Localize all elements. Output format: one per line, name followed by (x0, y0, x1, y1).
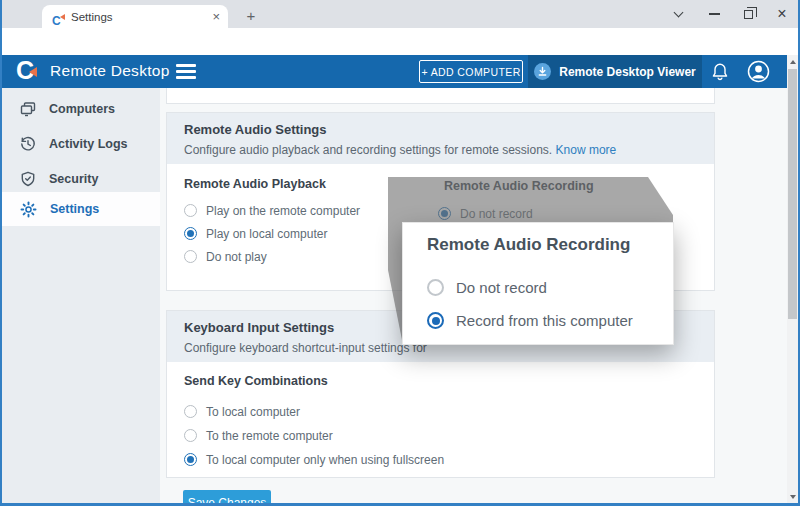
app-title: Remote Desktop (50, 62, 170, 80)
section-description: Configure audio playback and recording s… (184, 143, 616, 157)
section-title: Keyboard Input Settings (184, 320, 334, 335)
new-tab-button[interactable]: + (242, 6, 260, 24)
security-icon (20, 171, 36, 187)
tab-search-icon[interactable] (663, 0, 693, 28)
add-computer-button[interactable]: + ADD COMPUTER (419, 60, 523, 83)
scrollbar-thumb[interactable] (788, 69, 797, 319)
tab-title: Settings (71, 11, 212, 23)
scroll-up-icon[interactable] (787, 55, 798, 68)
close-button[interactable]: × (767, 0, 797, 28)
section-title: Remote Audio Settings (184, 122, 327, 137)
sidebar-label: Computers (49, 102, 115, 116)
sidebar-item-settings[interactable]: Settings (2, 192, 160, 226)
radio-to-remote[interactable]: To the remote computer (184, 428, 333, 443)
activity-logs-icon (20, 136, 36, 152)
radio-play-local[interactable]: Play on local computer (184, 226, 327, 241)
sidebar-label: Activity Logs (49, 137, 128, 151)
page-scrollbar[interactable] (787, 55, 798, 503)
magnifier-popup: Remote Audio Recording Do not record Rec… (402, 222, 674, 345)
tab-strip: C Settings × + × (0, 0, 800, 28)
restore-button[interactable] (733, 0, 763, 28)
radio-circle (184, 405, 197, 418)
send-key-title: Send Key Combinations (184, 374, 328, 388)
know-more-link[interactable]: Know more (556, 143, 617, 157)
minimize-button[interactable] (699, 0, 729, 28)
section-header: Remote Audio Settings Configure audio pl… (167, 113, 714, 164)
hamburger-menu-icon[interactable] (176, 64, 196, 79)
previous-card-remnant (166, 88, 715, 104)
settings-icon (20, 201, 37, 218)
download-icon (534, 63, 551, 80)
popup-radio-record-from-computer[interactable]: Record from this computer (427, 311, 633, 330)
app-logo: C (16, 58, 34, 83)
radio-play-remote[interactable]: Play on the remote computer (184, 203, 360, 218)
sidebar-label: Settings (50, 202, 99, 216)
radio-circle (184, 429, 197, 442)
sidebar-item-computers[interactable]: Computers (2, 96, 160, 122)
radio-to-local[interactable]: To local computer (184, 404, 300, 419)
radio-circle (184, 204, 197, 217)
section-description: Configure keyboard shortcut-input settin… (184, 341, 427, 355)
user-account-icon[interactable] (747, 60, 770, 83)
favicon: C (52, 11, 64, 23)
browser-toolbar: ← → ↻ app.remotedesktop.com/settings ☆ (0, 28, 800, 55)
computers-icon (20, 101, 36, 117)
notifications-bell-icon[interactable] (711, 62, 729, 82)
radio-circle-selected (184, 453, 197, 466)
sidebar-item-activity-logs[interactable]: Activity Logs (2, 131, 160, 157)
playback-title: Remote Audio Playback (184, 177, 326, 191)
browser-window: C Settings × + × ← → ↻ app.remotedesktop… (0, 0, 800, 506)
popup-radio-do-not-record[interactable]: Do not record (427, 278, 547, 297)
radio-circle-selected (427, 312, 444, 329)
sidebar: Computers Activity Logs Security (2, 88, 160, 503)
radio-local-fullscreen[interactable]: To local computer only when using fullsc… (184, 452, 444, 467)
window-border-left (0, 0, 2, 506)
sidebar-item-security[interactable]: Security (2, 166, 160, 192)
browser-tab[interactable]: C Settings × (42, 5, 228, 28)
remote-desktop-viewer-button[interactable]: Remote Desktop Viewer (528, 55, 702, 88)
radio-circle (184, 250, 197, 263)
sidebar-label: Security (49, 172, 98, 186)
radio-do-not-play[interactable]: Do not play (184, 249, 267, 264)
scroll-down-icon[interactable] (787, 490, 798, 503)
radio-circle-selected (184, 227, 197, 240)
tab-close-icon[interactable]: × (212, 10, 220, 23)
radio-circle (427, 279, 444, 296)
popup-title: Remote Audio Recording (427, 235, 630, 255)
